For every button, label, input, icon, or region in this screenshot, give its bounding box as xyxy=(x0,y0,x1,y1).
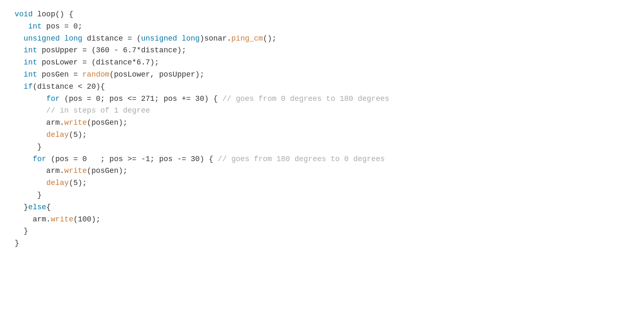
plain-text: arm. xyxy=(15,215,51,224)
plain-text: (5); xyxy=(69,131,87,139)
code-line: void loop() { xyxy=(15,8,644,21)
plain-text: (distance < 20){ xyxy=(33,82,105,91)
plain-text xyxy=(15,131,46,139)
plain-text: (posGen); xyxy=(87,167,127,175)
plain-text: (posLower, posUpper); xyxy=(109,70,204,79)
comment: // goes from 180 degrees to 0 degrees xyxy=(218,155,385,163)
plain-text: posLower = (distance*6.7); xyxy=(37,58,159,67)
plain-text: { xyxy=(46,203,51,211)
plain-text: (5); xyxy=(69,179,87,187)
plain-text xyxy=(15,179,46,187)
comment: // in steps of 1 degree xyxy=(15,106,150,115)
code-line: } xyxy=(15,189,644,201)
keyword: for xyxy=(46,95,60,103)
plain-text: (posGen); xyxy=(87,118,127,127)
keyword: int xyxy=(24,58,37,67)
plain-text: )sonar. xyxy=(200,34,232,43)
plain-text: pos = 0; xyxy=(42,22,82,31)
keyword: void xyxy=(15,10,33,18)
keyword: if xyxy=(24,82,33,91)
code-line: } xyxy=(15,225,644,237)
plain-text: (pos = 0; pos <= 271; pos += 30) { xyxy=(60,95,222,103)
plain-text: } xyxy=(15,227,28,235)
code-line: if(distance < 20){ xyxy=(15,81,644,93)
plain-text: (pos = 0 ; pos >= -1; pos -= 30) { xyxy=(46,155,218,163)
code-line: int pos = 0; xyxy=(15,21,644,33)
code-line: for (pos = 0; pos <= 271; pos += 30) { /… xyxy=(15,93,644,105)
plain-text xyxy=(15,70,24,79)
function-call: write xyxy=(64,167,87,175)
keyword: int xyxy=(28,22,41,31)
code-line: delay(5); xyxy=(15,129,644,141)
code-line: arm.write(posGen); xyxy=(15,117,644,129)
plain-text: (100); xyxy=(73,215,100,224)
function-call: write xyxy=(64,118,87,127)
function-call: delay xyxy=(46,179,69,187)
plain-text xyxy=(15,82,24,91)
code-line: int posLower = (distance*6.7); xyxy=(15,57,644,69)
function-call: write xyxy=(51,215,73,224)
plain-text: posGen = xyxy=(37,70,82,79)
plain-text: distance = ( xyxy=(82,34,141,43)
plain-text: posUpper = (360 - 6.7*distance); xyxy=(37,46,186,54)
code-line: // in steps of 1 degree xyxy=(15,105,644,117)
plain-text: } xyxy=(15,239,19,247)
keyword: int xyxy=(24,70,37,79)
plain-text: loop() { xyxy=(33,10,73,18)
plain-text: } xyxy=(15,143,42,151)
plain-text xyxy=(15,46,24,54)
keyword: int xyxy=(24,46,37,54)
code-line: arm.write(100); xyxy=(15,213,644,226)
plain-text xyxy=(15,22,28,31)
plain-text: arm. xyxy=(15,167,64,175)
code-line: int posGen = random(posLower, posUpper); xyxy=(15,69,644,81)
plain-text: (); xyxy=(263,34,276,43)
function-call: delay xyxy=(46,131,69,139)
keyword: else xyxy=(28,203,46,211)
code-line: unsigned long distance = (unsigned long)… xyxy=(15,33,644,45)
code-line: int posUpper = (360 - 6.7*distance); xyxy=(15,44,644,57)
plain-text xyxy=(15,155,33,163)
code-line: }else{ xyxy=(15,201,644,213)
plain-text xyxy=(15,95,46,103)
plain-text: arm. xyxy=(15,118,64,127)
code-container: void loop() { int pos = 0; unsigned long… xyxy=(8,4,644,316)
plain-text: } xyxy=(15,191,42,199)
plain-text: } xyxy=(15,203,28,211)
code-line: delay(5); xyxy=(15,177,644,189)
keyword: for xyxy=(33,155,46,163)
function-call: ping_cm xyxy=(232,34,263,43)
keyword: unsigned long xyxy=(141,34,199,43)
code-line: arm.write(posGen); xyxy=(15,165,644,177)
comment: // goes from 0 degrees to 180 degrees xyxy=(222,95,389,103)
plain-text xyxy=(15,34,24,43)
function-call: random xyxy=(82,70,109,79)
code-line: } xyxy=(15,237,644,249)
code-line: } xyxy=(15,141,644,153)
code-line: for (pos = 0 ; pos >= -1; pos -= 30) { /… xyxy=(15,153,644,165)
keyword: unsigned long xyxy=(24,34,82,43)
plain-text xyxy=(15,58,24,67)
